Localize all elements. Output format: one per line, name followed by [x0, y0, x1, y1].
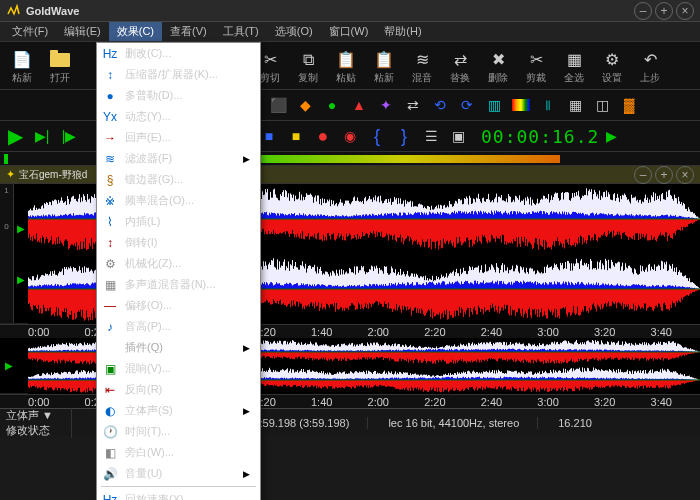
tool-icon[interactable]: ▦: [563, 93, 587, 117]
menu-item[interactable]: 🕐时间(T)...: [97, 421, 260, 442]
channel-play-icon[interactable]: ▶: [5, 360, 13, 371]
title-bar: GoldWave – + ×: [0, 0, 700, 22]
menu-item[interactable]: ▦多声道混音器(N)...: [97, 274, 260, 295]
status-format: lec 16 bit, 44100Hz, stereo: [388, 417, 538, 429]
menu-item[interactable]: 编辑(E): [56, 22, 109, 41]
menu-item: 插件(Q)▶: [97, 337, 260, 358]
menu-item[interactable]: ♪音高(P)...: [97, 316, 260, 337]
props-button[interactable]: ☰: [419, 124, 443, 148]
status-position: 16.210: [558, 417, 592, 429]
menu-item[interactable]: ▣混响(V)...: [97, 358, 260, 379]
tool-icon[interactable]: ⟲: [428, 93, 452, 117]
tool-icon[interactable]: ⟳: [455, 93, 479, 117]
timecode-display: 00:00:16.2: [481, 126, 599, 147]
menu-item[interactable]: ⇤反向(R): [97, 379, 260, 400]
menu-item[interactable]: ≋滤波器(F)▶: [97, 148, 260, 169]
maximize-button[interactable]: +: [655, 2, 673, 20]
tool-icon[interactable]: ⦀: [536, 93, 560, 117]
menu-item[interactable]: 查看(V): [162, 22, 215, 41]
menu-item[interactable]: 🔊音量(U)▶: [97, 463, 260, 484]
app-title: GoldWave: [26, 5, 634, 17]
menu-item[interactable]: ↕压缩器/扩展器(K)...: [97, 64, 260, 85]
menu-item[interactable]: ⌇内插(L): [97, 211, 260, 232]
minimize-button[interactable]: –: [634, 2, 652, 20]
menu-item[interactable]: ↕倒转(I): [97, 232, 260, 253]
menu-item[interactable]: ⚙机械化(Z)...: [97, 253, 260, 274]
toolbar-button[interactable]: ↶上步: [632, 46, 668, 88]
doc-minimize-button[interactable]: –: [634, 166, 652, 184]
menu-item[interactable]: —偏移(O)...: [97, 295, 260, 316]
toolbar-button[interactable]: ⇄替换: [442, 46, 478, 88]
effects-menu: Hz删改(C)...↕压缩器/扩展器(K)...●多普勒(D)...Yx动态(Y…: [96, 42, 261, 500]
menu-item[interactable]: ※频率混合(O)...: [97, 190, 260, 211]
app-logo-icon: [6, 4, 20, 18]
menu-item[interactable]: Yx动态(Y)...: [97, 106, 260, 127]
doc-icon: ✦: [6, 168, 15, 181]
menu-item[interactable]: ◧旁白(W)...: [97, 442, 260, 463]
play-button[interactable]: ▶: [3, 124, 27, 148]
menu-item[interactable]: ●多普勒(D)...: [97, 85, 260, 106]
doc-maximize-button[interactable]: +: [655, 166, 673, 184]
menu-item[interactable]: →回声(E)...: [97, 127, 260, 148]
toolbar-button[interactable]: ✖删除: [480, 46, 516, 88]
play-loop-button[interactable]: |▶: [57, 124, 81, 148]
record-button[interactable]: ●: [311, 124, 335, 148]
menu-item[interactable]: ◐立体声(S)▶: [97, 400, 260, 421]
menu-item[interactable]: 文件(F): [4, 22, 56, 41]
tool-icon[interactable]: ▓: [617, 93, 641, 117]
menu-item[interactable]: 工具(T): [215, 22, 267, 41]
menu-item[interactable]: 选项(O): [267, 22, 321, 41]
toolbar-button[interactable]: 📄粘新: [4, 46, 40, 88]
tool-icon[interactable]: ⬛: [266, 93, 290, 117]
play-sel-button[interactable]: ▶|: [30, 124, 54, 148]
toolbar-button[interactable]: ⧉复制: [290, 46, 326, 88]
tool-icon[interactable]: ▲: [347, 93, 371, 117]
close-button[interactable]: ×: [676, 2, 694, 20]
menu-item[interactable]: Hz删改(C)...: [97, 43, 260, 64]
marker-start-icon[interactable]: {: [365, 124, 389, 148]
menu-item[interactable]: 窗口(W): [321, 22, 377, 41]
menu-item[interactable]: Hz回放速率(X)...: [97, 489, 260, 500]
toolbar-button[interactable]: ⚙设置: [594, 46, 630, 88]
doc-close-button[interactable]: ×: [676, 166, 694, 184]
playhead-icon: ▶: [606, 128, 617, 144]
menu-item[interactable]: 帮助(H): [376, 22, 429, 41]
menu-item[interactable]: 效果(C): [109, 22, 162, 41]
channel-play-icon[interactable]: ▶: [17, 274, 25, 285]
window-button[interactable]: ▣: [446, 124, 470, 148]
status-channels[interactable]: 立体声 ▼修改状态: [6, 408, 72, 438]
menu-bar: 文件(F)编辑(E)效果(C)查看(V)工具(T)选项(O)窗口(W)帮助(H): [0, 22, 700, 42]
toolbar-button[interactable]: 📋粘贴: [328, 46, 364, 88]
toolbar-button[interactable]: ✂剪裁: [518, 46, 554, 88]
pause-button[interactable]: ■: [284, 124, 308, 148]
marker-end-icon[interactable]: }: [392, 124, 416, 148]
amplitude-ruler: 10: [0, 184, 14, 323]
toolbar-button[interactable]: ▦全选: [556, 46, 592, 88]
toolbar-button[interactable]: 打开: [42, 46, 78, 88]
tool-icon[interactable]: ▥: [482, 93, 506, 117]
tool-icon[interactable]: ✦: [374, 93, 398, 117]
channel-play-icon[interactable]: ▶: [17, 223, 25, 234]
tool-icon[interactable]: ◆: [293, 93, 317, 117]
toolbar-button[interactable]: 📋粘新: [366, 46, 402, 88]
record2-button[interactable]: ◉: [338, 124, 362, 148]
toolbar-button[interactable]: ≋混音: [404, 46, 440, 88]
tool-icon[interactable]: ⇄: [401, 93, 425, 117]
tool-icon[interactable]: ◫: [590, 93, 614, 117]
menu-item[interactable]: §镶边器(G)...: [97, 169, 260, 190]
tool-icon[interactable]: [509, 93, 533, 117]
tool-icon[interactable]: ●: [320, 93, 344, 117]
